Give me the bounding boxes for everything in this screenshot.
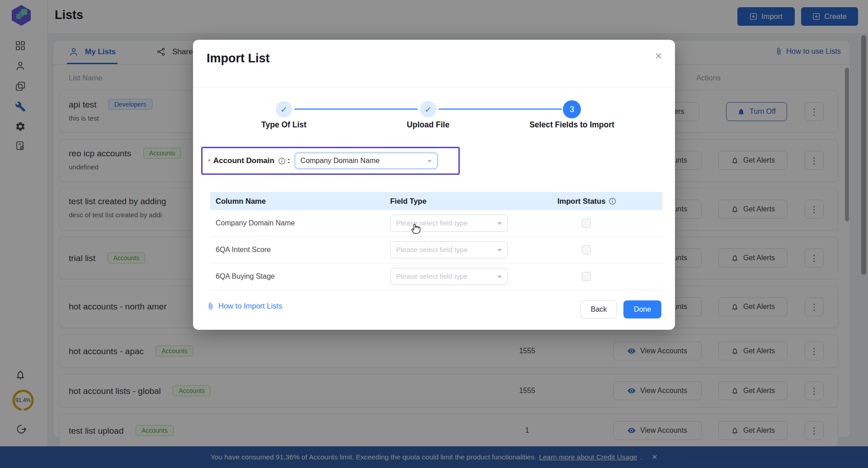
import-list-modal: Import List ✕ ✓ ✓ 3 Type Of List Upload … xyxy=(193,40,675,330)
chevron-down-icon xyxy=(497,276,502,278)
field-type-placeholder: Please select field type xyxy=(396,246,468,254)
import-field-row: 6QA Buying Stage Please select field typ… xyxy=(210,263,662,290)
field-column-name: 6QA Buying Stage xyxy=(210,272,390,281)
header-import-status: Import Status xyxy=(557,197,605,206)
header-column-name: Column Name xyxy=(210,197,390,206)
back-button[interactable]: Back xyxy=(580,300,617,318)
info-icon xyxy=(609,197,616,205)
modal-close-icon[interactable]: ✕ xyxy=(655,51,662,61)
step-2-label: Upload File xyxy=(356,120,500,130)
app-screen: 91.4% Lists Import Create My Lists xyxy=(0,0,868,468)
field-column-name: 6QA Intent Score xyxy=(210,246,390,254)
field-type-placeholder: Please select field type xyxy=(396,272,468,281)
import-status-checkbox[interactable] xyxy=(582,219,591,228)
account-domain-label: Account Domain xyxy=(213,156,274,165)
import-field-row: Company Domain Name Please select field … xyxy=(210,210,662,237)
import-status-checkbox[interactable] xyxy=(582,245,591,254)
import-status-checkbox[interactable] xyxy=(582,272,591,281)
required-asterisk: * xyxy=(208,157,211,165)
field-column-name: Company Domain Name xyxy=(210,219,390,227)
field-type-select[interactable]: Please select field type xyxy=(390,215,508,232)
account-domain-value: Company Domain Name xyxy=(301,157,380,165)
modal-title: Import List xyxy=(207,51,270,66)
step-3-label: Select Fields to Import xyxy=(500,120,644,130)
step-2-check: ✓ xyxy=(420,101,436,117)
field-type-placeholder: Please select field type xyxy=(396,219,468,227)
field-type-select[interactable]: Please select field type xyxy=(390,268,508,285)
chevron-down-icon xyxy=(497,222,502,225)
paperclip-icon xyxy=(207,302,214,310)
account-domain-select[interactable]: Company Domain Name xyxy=(295,153,438,169)
header-field-type: Field Type xyxy=(390,197,557,206)
step-3-number: 3 xyxy=(563,100,581,118)
account-domain-field-highlight: * Account Domain : Company Domain Name xyxy=(201,147,460,175)
field-type-select[interactable]: Please select field type xyxy=(390,241,508,258)
info-icon xyxy=(278,157,286,165)
how-to-import-lists-link[interactable]: How to Import Lists xyxy=(207,302,282,310)
step-1-label: Type Of List xyxy=(212,120,356,130)
import-field-row: 6QA Intent Score Please select field typ… xyxy=(210,237,662,263)
chevron-down-icon xyxy=(427,160,432,163)
chevron-down-icon xyxy=(497,249,502,252)
step-1-check: ✓ xyxy=(276,101,292,117)
import-fields-table: Column Name Field Type Import Status Com… xyxy=(210,192,662,290)
done-button[interactable]: Done xyxy=(623,300,661,318)
